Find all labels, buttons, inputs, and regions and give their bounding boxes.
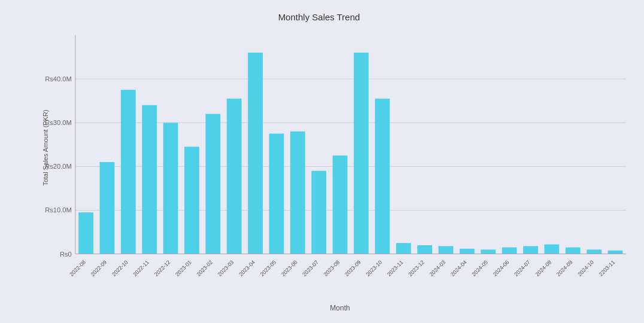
svg-rect-20 xyxy=(184,147,199,254)
svg-rect-10 xyxy=(78,212,93,254)
svg-text:2023-08: 2023-08 xyxy=(323,259,341,278)
svg-rect-52 xyxy=(523,246,538,254)
svg-text:2024-09: 2024-09 xyxy=(555,259,574,278)
svg-rect-60 xyxy=(608,251,623,254)
y-axis-label: Total Sales Amount (PKR) xyxy=(42,109,49,185)
svg-rect-28 xyxy=(269,133,284,254)
svg-text:2023-07: 2023-07 xyxy=(301,259,320,278)
svg-rect-32 xyxy=(311,171,326,254)
svg-rect-38 xyxy=(375,99,390,254)
svg-text:2024-07: 2024-07 xyxy=(513,259,531,278)
svg-text:2024-03: 2024-03 xyxy=(429,259,447,278)
svg-text:2022-10: 2022-10 xyxy=(111,259,129,278)
svg-rect-48 xyxy=(481,249,496,254)
svg-rect-44 xyxy=(439,246,454,254)
svg-rect-34 xyxy=(333,156,348,254)
svg-rect-50 xyxy=(502,248,517,254)
svg-text:2023-11: 2023-11 xyxy=(386,259,405,278)
svg-text:2023-05: 2023-05 xyxy=(259,259,278,278)
svg-rect-26 xyxy=(248,53,263,254)
svg-rect-40 xyxy=(396,243,411,254)
svg-rect-42 xyxy=(417,245,432,254)
svg-text:2022-12: 2022-12 xyxy=(153,259,172,278)
chart-title: Monthly Sales Trend xyxy=(0,12,638,22)
svg-rect-14 xyxy=(121,90,136,254)
svg-text:2022-08: 2022-08 xyxy=(68,259,87,278)
svg-text:2024-05: 2024-05 xyxy=(470,259,489,278)
svg-text:Rs0: Rs0 xyxy=(60,251,72,258)
svg-text:Rs10.0M: Rs10.0M xyxy=(45,207,72,214)
svg-rect-36 xyxy=(354,53,369,254)
svg-rect-58 xyxy=(587,249,602,254)
svg-text:2023-10: 2023-10 xyxy=(365,259,384,278)
svg-text:Rs20.0M: Rs20.0M xyxy=(45,163,72,170)
svg-rect-18 xyxy=(163,123,178,254)
chart-area: Total Sales Amount (PKR) Rs0Rs10.0MRs20.… xyxy=(42,28,638,285)
svg-text:2024-06: 2024-06 xyxy=(492,259,511,278)
svg-text:Rs40.0M: Rs40.0M xyxy=(45,75,72,83)
svg-text:2023-09: 2023-09 xyxy=(344,259,362,278)
svg-text:Rs30.0M: Rs30.0M xyxy=(45,119,72,126)
svg-text:2022-11: 2022-11 xyxy=(132,259,150,278)
svg-text:2023-06: 2023-06 xyxy=(280,259,299,278)
svg-rect-24 xyxy=(227,99,242,254)
svg-text:2024-04: 2024-04 xyxy=(449,259,468,278)
svg-rect-54 xyxy=(544,245,559,254)
svg-text:2023-01: 2023-01 xyxy=(174,259,193,278)
svg-rect-30 xyxy=(290,132,305,254)
svg-text:2203-11: 2203-11 xyxy=(598,259,616,278)
x-axis-label: Month xyxy=(330,304,350,312)
svg-text:2023-12: 2023-12 xyxy=(407,259,426,278)
svg-rect-16 xyxy=(142,105,157,254)
chart-container: Monthly Sales Trend Total Sales Amount (… xyxy=(0,0,644,323)
svg-text:2023-02: 2023-02 xyxy=(195,259,214,278)
svg-text:2024-08: 2024-08 xyxy=(534,259,553,278)
svg-text:2022-09: 2022-09 xyxy=(90,259,108,278)
svg-rect-22 xyxy=(205,114,220,254)
svg-rect-56 xyxy=(566,248,581,254)
chart-svg: Rs0Rs10.0MRs20.0MRs30.0MRs40.0M2022-0820… xyxy=(42,28,638,285)
svg-text:2024-10: 2024-10 xyxy=(576,259,595,278)
svg-rect-46 xyxy=(460,249,475,254)
svg-text:2023-03: 2023-03 xyxy=(217,259,235,278)
svg-rect-12 xyxy=(100,162,115,254)
svg-text:2023-04: 2023-04 xyxy=(238,259,256,278)
